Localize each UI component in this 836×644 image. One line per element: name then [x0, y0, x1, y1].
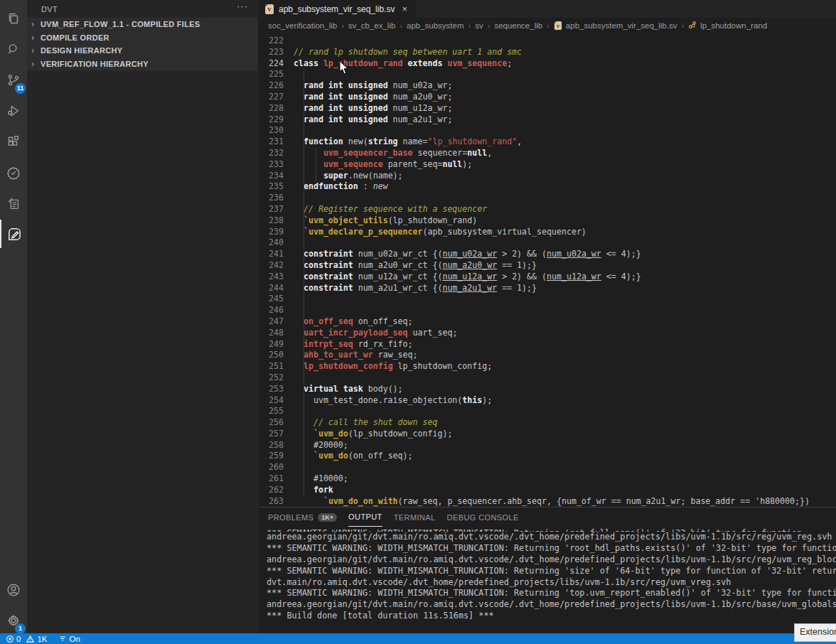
breadcrumb-label: soc_verification_lib [268, 21, 337, 30]
code-line-253[interactable]: 253△ virtual task body(); [258, 384, 836, 395]
chevron-right-icon[interactable]: › [31, 45, 37, 55]
code-line-234[interactable]: 234 super.new(name); [258, 171, 836, 182]
code-line-242[interactable]: 242 constraint num_a2u0_wr_ct {(num_a2u0… [258, 260, 836, 272]
code-line-246[interactable]: 246 [258, 305, 836, 316]
sidebar-item-verification-hierarchy[interactable]: ›VERIFICATION HIERARCHY [27, 58, 258, 71]
code-line-257[interactable]: 257 `uvm_do(lp_shutdown_config); [258, 429, 836, 440]
code-line-251[interactable]: 251 lp_shutdown_config lp_shutdown_confi… [258, 361, 836, 372]
code-line-244[interactable]: 244 constraint num_a2u1_wr_ct {(num_a2u1… [258, 283, 836, 294]
code-line-235[interactable]: 235 endfunction : new [258, 181, 836, 193]
breadcrumb-segment-apb-subsystem-vir-seq-lib-sv[interactable]: vapb_subsystem_vir_seq_lib.sv [554, 21, 677, 31]
code-line-252[interactable]: 252 [258, 372, 836, 384]
line-number: 239 [258, 227, 284, 238]
code-line-241[interactable]: 241 constraint num_u02a_wr_ct {(num_u02a… [258, 249, 836, 260]
output-line: *** Build done [total duration 11s.516ms… [267, 611, 836, 622]
code-line-250[interactable]: 250 ahb_to_uart_wr raw_seq; [258, 350, 836, 361]
breadcrumb-label: sv_cb_ex_lib [348, 21, 395, 30]
code-line-247[interactable]: 247 on_off_seq on_off_seq; [258, 316, 836, 328]
code-line-230[interactable]: 230 [258, 125, 836, 136]
warning-icon [26, 635, 35, 643]
code-line-248[interactable]: 248 uart_incr_payload_seq uart_seq; [258, 328, 836, 339]
code-text: #10000; [294, 473, 348, 485]
explorer-icon[interactable] [0, 4, 27, 33]
output-console[interactable]: *** SEMANTIC WARNING: WIDTH_MISMATCH_TRU… [258, 528, 836, 634]
report-icon[interactable] [0, 189, 27, 218]
chevron-right-icon[interactable]: › [31, 33, 37, 43]
tree-item-label: COMPILE ORDER [41, 33, 109, 42]
panel-tab-debug-console[interactable]: DEBUG CONSOLE [447, 508, 519, 527]
breadcrumb-segment-lp-shutdown-rand[interactable]: lp_shutdown_rand [688, 21, 767, 31]
code-line-259[interactable]: 259 `uvm_do(on_off_seq); [258, 451, 836, 462]
code-line-232[interactable]: 232 uvm_sequencer_base sequencer=null, [258, 148, 836, 159]
indent-guide [304, 69, 304, 495]
code-line-226[interactable]: 226 rand int unsigned num_u02a_wr; [258, 80, 836, 92]
verify-check-icon[interactable] [0, 159, 27, 187]
code-line-228[interactable]: 228 rand int unsigned num_u12a_wr; [258, 103, 836, 114]
chevron-right-icon[interactable]: › [31, 19, 37, 29]
code-line-254[interactable]: 254 uvm_test_done.raise_objection(this); [258, 395, 836, 407]
panel-tab-label: PROBLEMS [268, 513, 314, 522]
code-line-229[interactable]: 229 rand int unsigned num_a2u1_wr; [258, 114, 836, 126]
breadcrumb-label: apb_subsystem_vir_seq_lib.sv [566, 21, 677, 30]
code-line-227[interactable]: 227 rand int unsigned num_a2u0_wr; [258, 92, 836, 103]
dvt-editor-icon[interactable] [0, 220, 27, 248]
code-line-225[interactable]: 225 [258, 69, 836, 80]
code-line-239[interactable]: 239 `uvm_declare_p_sequencer(apb_subsyst… [258, 227, 836, 238]
panel-tab-output[interactable]: OUTPUT [348, 508, 382, 527]
breadcrumb-segment-soc-verification-lib[interactable]: soc_verification_lib [268, 21, 337, 30]
tab-apb-subsystem-vir-seq-lib[interactable]: v apb_subsystem_vir_seq_lib.sv × [258, 0, 416, 18]
account-icon[interactable] [0, 576, 27, 604]
code-line-261[interactable]: 261 #10000; [258, 473, 836, 485]
panel-tab-problems[interactable]: PROBLEMS1K+ [268, 508, 337, 527]
code-line-245[interactable]: 245 [258, 294, 836, 305]
sidebar-item-compile-order[interactable]: ›COMPILE ORDER [27, 31, 258, 45]
settings-gear-icon[interactable]: 1 [0, 606, 27, 635]
breadcrumb-segment-sv-cb-ex-lib[interactable]: sv_cb_ex_lib [348, 21, 395, 30]
code-line-263[interactable]: 263 `uvm_do_on_with(raw_seq, p_sequencer… [258, 496, 836, 507]
code-line-255[interactable]: 255 [258, 406, 836, 417]
code-line-238[interactable]: 238 `uvm_object_utils(lp_shutdown_rand) [258, 215, 836, 227]
search-icon[interactable] [0, 35, 27, 63]
run-debug-icon[interactable] [0, 97, 27, 125]
filter-status[interactable]: On [58, 633, 80, 644]
line-number: 238 [258, 215, 284, 227]
sidebar-more-actions-icon[interactable]: ··· [237, 1, 248, 11]
class-symbol-icon [688, 21, 697, 31]
panel-tab-terminal[interactable]: TERMINAL [394, 508, 436, 527]
code-line-262[interactable]: 262 fork [258, 485, 836, 496]
code-line-231[interactable]: 231 function new(string name="lp_shutdow… [258, 136, 836, 148]
line-number: 260 [258, 462, 284, 473]
output-line: andreea.georgian/git/dvt.main/ro.amiq.dv… [267, 554, 836, 566]
breadcrumb-segment-sv[interactable]: sv [475, 21, 483, 30]
code-line-237[interactable]: 237 // Register sequence with a sequence… [258, 204, 836, 215]
breadcrumb-segment-sequence-lib[interactable]: sequence_lib [494, 21, 542, 30]
extensions-icon[interactable] [0, 128, 27, 156]
sidebar-item-uvm-ref-flow-1-1-compiled-files[interactable]: ›UVM_REF_FLOW_1.1 - COMPILED FILES [27, 18, 258, 31]
breadcrumb-segment-apb-subsystem[interactable]: apb_subsystem [407, 21, 464, 30]
code-line-224[interactable]: 224class lp_shutdown_rand extends uvm_se… [258, 58, 836, 70]
filter-state: On [69, 635, 80, 643]
code-text: on_off_seq on_off_seq; [294, 316, 413, 328]
line-number: 240 [258, 237, 284, 249]
code-line-258[interactable]: 258 #20000; [258, 440, 836, 451]
code-line-243[interactable]: 243 constraint num_u12a_wr_ct {(num_u12a… [258, 272, 836, 283]
tab-close-icon[interactable]: × [400, 4, 409, 14]
code-line-256[interactable]: 256 // call the shut down seq [258, 417, 836, 429]
code-line-233[interactable]: 233 uvm_sequence parent_seq=null); [258, 159, 836, 171]
sidebar-item-design-hierarchy[interactable]: ›DESIGN HIERARCHY [27, 44, 258, 58]
line-number: 251 [258, 361, 284, 372]
code-line-240[interactable]: 240 [258, 237, 836, 249]
problems-count-badge: 1K+ [318, 513, 337, 522]
code-editor[interactable]: 222223// rand lp shutdown seq between ua… [258, 33, 836, 507]
code-line-249[interactable]: 249 intrpt_seq rd_rx_fifo; [258, 339, 836, 350]
code-text: rand int unsigned num_u02a_wr; [294, 80, 452, 92]
error-count: 0 [16, 635, 21, 643]
code-line-222[interactable]: 222 [258, 36, 836, 47]
code-line-236[interactable]: 236 [258, 193, 836, 204]
chevron-right-icon[interactable]: › [31, 59, 37, 69]
source-control-icon[interactable]: 11 [0, 66, 27, 95]
code-line-260[interactable]: 260 [258, 462, 836, 473]
problems-status[interactable]: 0 1K [6, 633, 47, 644]
code-line-223[interactable]: 223// rand lp shutdown seq between uart … [258, 47, 836, 58]
breadcrumb-separator: › [468, 21, 471, 30]
